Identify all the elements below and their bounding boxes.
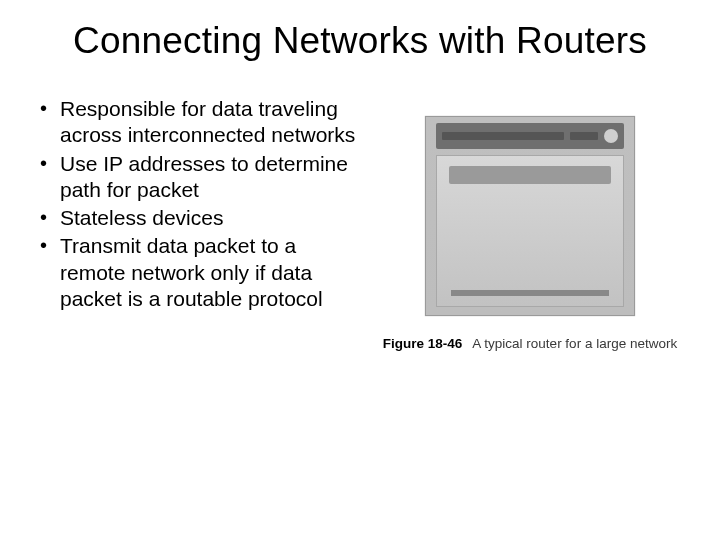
router-panel	[449, 166, 611, 184]
figure-label: Figure 18-46	[383, 336, 463, 351]
router-strip	[570, 132, 598, 140]
router-top-bar	[436, 123, 624, 149]
router-body	[436, 155, 624, 307]
slide-title: Connecting Networks with Routers	[36, 20, 684, 62]
figure-column: Figure 18-46 A typical router for a larg…	[376, 96, 684, 351]
content-row: Responsible for data traveling across in…	[36, 96, 684, 351]
router-logo-icon	[604, 129, 618, 143]
router-foot	[451, 290, 609, 296]
slide: Connecting Networks with Routers Respons…	[0, 0, 720, 540]
bullet-item: Transmit data packet to a remote network…	[36, 233, 356, 312]
bullet-list: Responsible for data traveling across in…	[36, 96, 356, 312]
figure-caption-text: A typical router for a large network	[472, 336, 677, 351]
figure-caption: Figure 18-46 A typical router for a larg…	[383, 336, 677, 351]
bullet-column: Responsible for data traveling across in…	[36, 96, 356, 351]
bullet-item: Responsible for data traveling across in…	[36, 96, 356, 149]
router-strip	[442, 132, 564, 140]
bullet-item: Use IP addresses to determine path for p…	[36, 151, 356, 204]
bullet-item: Stateless devices	[36, 205, 356, 231]
router-image	[425, 116, 635, 316]
